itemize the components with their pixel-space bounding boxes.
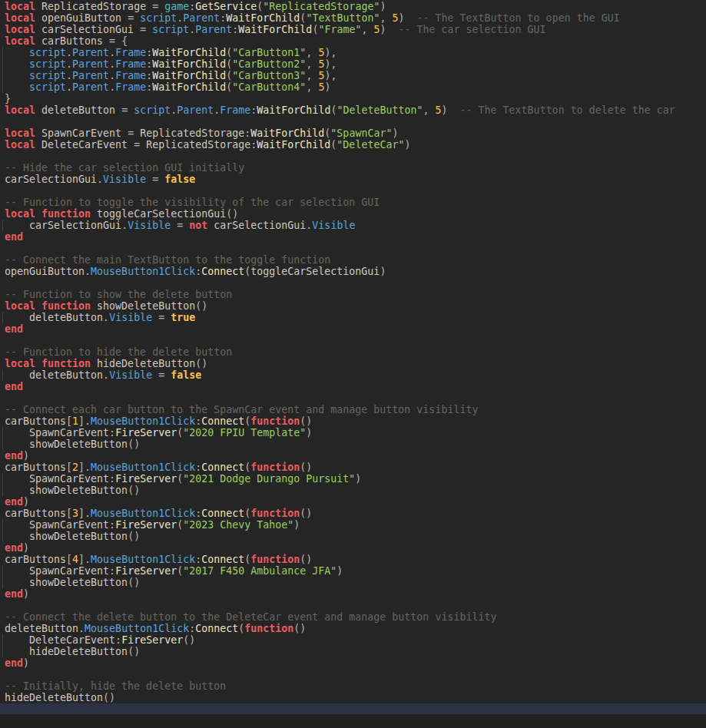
code-token-method: FireServer	[115, 519, 177, 531]
code-line[interactable]: end)	[0, 588, 706, 600]
code-token-punctuation: .	[66, 58, 72, 70]
code-line[interactable]: deleteButton.Visible = true	[0, 312, 706, 323]
code-line[interactable]: -- Connect each car button to the SpawnC…	[0, 404, 706, 415]
code-token-boolean: true	[171, 312, 195, 323]
code-line[interactable]: openGuiButton.MouseButton1Click:Connect(…	[0, 266, 706, 277]
code-token-string: "2020 FPIU Template"	[183, 427, 306, 438]
code-line[interactable]: deleteButton.Visible = false	[0, 369, 706, 381]
code-line[interactable]: hideDeleteButton()	[0, 646, 706, 657]
code-line[interactable]: DeleteCarEvent:FireServer()	[0, 634, 706, 646]
code-token-string: "DeleteButton"	[336, 104, 423, 116]
code-token-property: Visible	[109, 312, 152, 323]
code-token-punctuation: ()	[183, 634, 195, 646]
code-token-identifier: showDeleteButton	[29, 485, 128, 496]
code-line[interactable]: carButtons[2].MouseButton1Click:Connect(…	[0, 462, 706, 473]
code-line[interactable]: end	[0, 231, 706, 243]
code-token-identifier: hideDeleteButton	[97, 358, 195, 369]
code-token-punctuation	[5, 70, 29, 81]
code-token-punctuation	[5, 438, 29, 450]
current-line-highlight[interactable]	[0, 703, 706, 715]
code-line[interactable]: carButtons[1].MouseButton1Click:Connect(…	[0, 415, 706, 427]
code-line[interactable]: local carSelectionGui = script.Parent:Wa…	[0, 24, 706, 35]
code-token-punctuation: ()	[128, 531, 140, 542]
code-line[interactable]: -- Function to hide the delete button	[0, 346, 706, 358]
code-line[interactable]	[0, 392, 706, 404]
code-line[interactable]: -- Connect the main TextButton to the to…	[0, 254, 706, 266]
code-line[interactable]	[0, 277, 706, 289]
code-line[interactable]: -- Initially, hide the delete button	[0, 680, 706, 692]
code-token-punctuation: =	[121, 127, 140, 139]
code-line[interactable]	[0, 600, 706, 611]
code-line[interactable]: }	[0, 93, 706, 104]
code-line[interactable]: local function hideDeleteButton()	[0, 358, 706, 369]
code-line[interactable]: SpawnCarEvent:FireServer("2017 F450 Ambu…	[0, 565, 706, 577]
code-token-punctuation: :	[146, 70, 152, 81]
code-token-punctuation: ()	[128, 438, 140, 450]
code-line[interactable]: SpawnCarEvent:FireServer("2020 FPIU Temp…	[0, 427, 706, 438]
code-token-identifier: carButtons	[5, 508, 66, 519]
code-line[interactable]: local SpawnCarEvent = ReplicatedStorage:…	[0, 127, 706, 139]
code-line[interactable]: local function toggleCarSelectionGui()	[0, 208, 706, 220]
code-line[interactable]: local function showDeleteButton()	[0, 300, 706, 312]
code-line[interactable]: local DeleteCarEvent = ReplicatedStorage…	[0, 139, 706, 151]
code-token-identifier: carButtons	[41, 35, 103, 47]
code-area[interactable]: local ReplicatedStorage = game:GetServic…	[0, 0, 706, 715]
code-line[interactable]: carSelectionGui.Visible = not carSelecti…	[0, 220, 706, 231]
code-line[interactable]: -- Hide the car selection GUI initially	[0, 162, 706, 174]
code-line[interactable]: showDeleteButton()	[0, 485, 706, 496]
code-token-property: MouseButton1Click	[91, 462, 195, 473]
code-line[interactable]: deleteButton.MouseButton1Click:Connect(f…	[0, 623, 706, 634]
code-line[interactable]: carSelectionGui.Visible = false	[0, 174, 706, 185]
code-token-method: WaitForChild	[152, 81, 226, 93]
code-token-punctuation: ()	[300, 508, 312, 519]
code-token-property: script	[134, 104, 171, 116]
code-line[interactable]: end)	[0, 450, 706, 462]
code-line[interactable]: local openGuiButton = script.Parent:Wait…	[0, 12, 706, 24]
code-token-identifier: SpawnCarEvent	[29, 473, 109, 485]
code-line[interactable]: hideDeleteButton()	[0, 692, 706, 703]
code-line[interactable]	[0, 335, 706, 346]
code-editor[interactable]: local ReplicatedStorage = game:GetServic…	[0, 0, 706, 728]
code-line[interactable]: local deleteButton = script.Parent.Frame…	[0, 104, 706, 116]
code-line[interactable]: end	[0, 381, 706, 392]
code-line[interactable]: script.Parent.Frame:WaitForChild("CarBut…	[0, 81, 706, 93]
code-line[interactable]: end	[0, 323, 706, 335]
code-line[interactable]	[0, 185, 706, 197]
code-line[interactable]	[0, 669, 706, 680]
code-line[interactable]: script.Parent.Frame:WaitForChild("CarBut…	[0, 70, 706, 81]
code-line[interactable]: carButtons[4].MouseButton1Click:Connect(…	[0, 554, 706, 565]
code-line[interactable]: showDeleteButton()	[0, 438, 706, 450]
code-token-comment: -- Function to hide the delete button	[5, 346, 232, 358]
code-token-string: "Frame"	[318, 24, 361, 35]
code-line[interactable]	[0, 243, 706, 254]
code-line[interactable]: carButtons[3].MouseButton1Click:Connect(…	[0, 508, 706, 519]
code-token-method: Connect	[201, 508, 244, 519]
code-token-keyword: local	[5, 1, 41, 12]
code-line[interactable]: end)	[0, 496, 706, 508]
code-token-method: Connect	[201, 415, 244, 427]
code-line[interactable]: SpawnCarEvent:FireServer("2023 Chevy Tah…	[0, 519, 706, 531]
code-line[interactable]: script.Parent.Frame:WaitForChild("CarBut…	[0, 58, 706, 70]
code-token-number: 5	[436, 104, 442, 116]
code-line[interactable]: -- Function to toggle the visibility of …	[0, 197, 706, 208]
code-line[interactable]: -- Function to show the delete button	[0, 289, 706, 300]
code-line[interactable]: script.Parent.Frame:WaitForChild("CarBut…	[0, 47, 706, 58]
code-line[interactable]: showDeleteButton()	[0, 531, 706, 542]
code-token-identifier: showDeleteButton	[29, 531, 128, 542]
code-line[interactable]: showDeleteButton()	[0, 577, 706, 588]
code-token-punctuation	[5, 531, 29, 542]
code-line[interactable]: end)	[0, 657, 706, 669]
code-line[interactable]: local carButtons = {	[0, 35, 706, 47]
code-token-method: Connect	[201, 462, 244, 473]
code-line[interactable]: -- Connect the delete button to the Dele…	[0, 611, 706, 623]
code-line[interactable]: end)	[0, 542, 706, 554]
code-line[interactable]	[0, 116, 706, 127]
code-line[interactable]	[0, 151, 706, 162]
code-token-punctuation: .	[78, 623, 85, 634]
code-line[interactable]: local ReplicatedStorage = game:GetServic…	[0, 1, 706, 12]
code-line[interactable]: SpawnCarEvent:FireServer("2021 Dodge Dur…	[0, 473, 706, 485]
code-token-number: 3	[72, 508, 78, 519]
code-token-punctuation: )	[355, 473, 361, 485]
code-token-punctuation	[5, 485, 29, 496]
code-token-method: Connect	[195, 623, 238, 634]
